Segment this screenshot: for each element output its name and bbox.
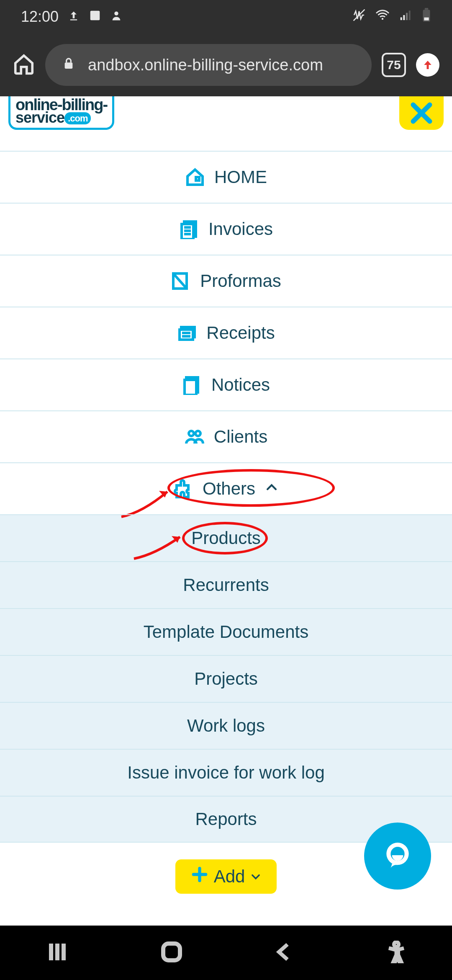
upload-status-icon	[68, 8, 80, 26]
android-recents-icon[interactable]	[45, 939, 70, 966]
nav-notices-label: Notices	[211, 375, 270, 395]
svg-rect-12	[65, 62, 73, 69]
home-icon	[185, 167, 205, 187]
wifi-status-icon	[375, 8, 390, 26]
person-status-icon	[110, 8, 122, 26]
nav-home-label: HOME	[214, 167, 267, 187]
battery-status-icon	[422, 8, 431, 26]
sub-products[interactable]: Products	[0, 514, 452, 561]
nav-clients[interactable]: Clients	[0, 410, 452, 462]
puzzle-icon	[173, 479, 193, 499]
close-menu-button[interactable]	[399, 96, 444, 130]
status-time: 12:00	[21, 8, 59, 26]
android-nav-bar	[0, 926, 452, 980]
nav-notices[interactable]: Notices	[0, 358, 452, 410]
main-menu: HOME Invoices Proformas Receipts Notices	[0, 151, 452, 843]
nav-others[interactable]: Others	[0, 462, 452, 514]
add-button[interactable]: Add	[175, 859, 277, 894]
gallery-status-icon	[89, 8, 101, 26]
nav-proformas[interactable]: Proformas	[0, 255, 452, 307]
clients-icon	[185, 427, 205, 447]
page-content: online-billing- service.com HOME Invoice…	[0, 96, 452, 915]
nav-home[interactable]: HOME	[0, 151, 452, 203]
sub-products-label: Products	[191, 528, 261, 548]
svg-line-20	[173, 273, 187, 289]
sub-template-documents[interactable]: Template Documents	[0, 608, 452, 655]
chevron-down-icon	[250, 867, 262, 887]
add-button-label: Add	[214, 867, 245, 887]
android-back-icon[interactable]	[273, 941, 296, 965]
annotation-arrow-products	[130, 529, 188, 563]
nav-clients-label: Clients	[214, 427, 267, 447]
browser-toolbar: andbox.online-billing-service.com 75	[0, 34, 452, 96]
logo-dotcom: .com	[64, 112, 91, 124]
svg-rect-22	[180, 330, 193, 340]
browser-tab-count[interactable]: 75	[382, 53, 406, 77]
svg-rect-13	[196, 177, 199, 181]
svg-rect-7	[406, 13, 408, 20]
nav-receipts-label: Receipts	[206, 323, 275, 343]
svg-rect-1	[90, 11, 100, 21]
svg-point-35	[394, 942, 398, 946]
sub-template-documents-label: Template Documents	[144, 622, 309, 642]
browser-update-icon[interactable]	[416, 53, 439, 77]
sub-recurrents[interactable]: Recurrents	[0, 561, 452, 608]
sub-work-logs-label: Work logs	[187, 716, 265, 736]
nav-invoices-label: Invoices	[208, 219, 273, 239]
svg-point-28	[195, 431, 200, 436]
svg-point-27	[189, 431, 194, 436]
svg-point-4	[382, 18, 384, 20]
sub-issue-invoice-worklog-label: Issue invoice for work log	[127, 763, 325, 783]
receipts-icon	[177, 323, 197, 343]
signal-status-icon	[399, 8, 413, 26]
svg-rect-0	[70, 19, 77, 20]
nav-others-label: Others	[203, 479, 255, 499]
nav-proformas-label: Proformas	[200, 271, 281, 291]
nav-invoices[interactable]: Invoices	[0, 203, 452, 255]
sub-issue-invoice-worklog[interactable]: Issue invoice for work log	[0, 749, 452, 796]
sub-projects[interactable]: Projects	[0, 655, 452, 702]
others-submenu: Products Recurrents Template Documents P…	[0, 514, 452, 843]
android-status-bar: 12:00	[0, 0, 452, 34]
android-accessibility-icon[interactable]	[385, 941, 408, 965]
proformas-icon	[171, 271, 191, 291]
svg-rect-11	[424, 17, 429, 20]
nav-receipts[interactable]: Receipts	[0, 307, 452, 358]
invoices-icon	[179, 219, 199, 239]
lock-icon	[62, 56, 75, 74]
plus-icon	[190, 865, 209, 888]
browser-address-bar[interactable]: andbox.online-billing-service.com	[45, 44, 372, 86]
svg-rect-34	[163, 944, 180, 960]
chat-icon	[381, 838, 414, 874]
vibrate-status-icon	[352, 8, 366, 26]
sub-projects-label: Projects	[194, 669, 258, 689]
browser-url: andbox.online-billing-service.com	[88, 56, 323, 74]
svg-point-2	[114, 12, 118, 15]
chat-fab[interactable]	[364, 823, 431, 890]
site-logo[interactable]: online-billing- service.com	[8, 96, 114, 130]
android-home-icon[interactable]	[159, 939, 184, 966]
browser-home-icon[interactable]	[13, 53, 35, 77]
svg-rect-8	[409, 10, 411, 20]
sub-recurrents-label: Recurrents	[183, 575, 269, 595]
sub-work-logs[interactable]: Work logs	[0, 702, 452, 749]
svg-rect-26	[185, 380, 196, 395]
chevron-up-icon	[265, 479, 279, 499]
sub-reports-label: Reports	[195, 809, 257, 829]
svg-rect-10	[425, 8, 429, 10]
svg-rect-6	[403, 15, 405, 20]
notices-icon	[182, 375, 202, 395]
logo-line2: service	[15, 109, 64, 126]
svg-rect-5	[401, 17, 402, 20]
